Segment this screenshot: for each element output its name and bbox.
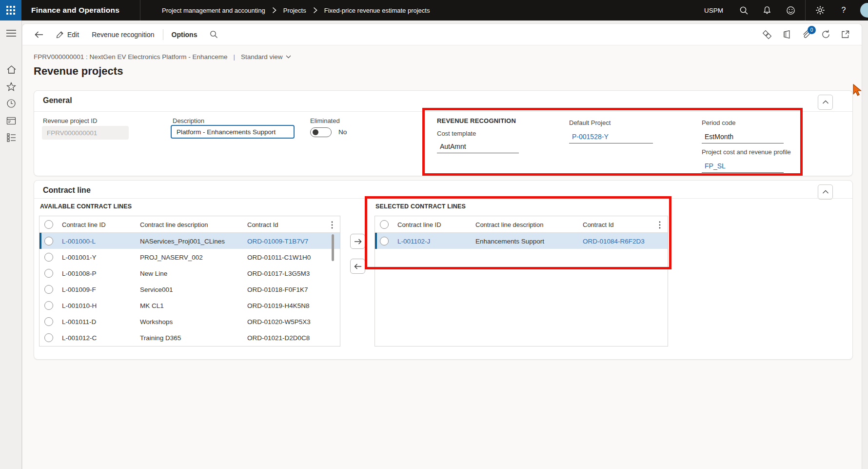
period-code-field[interactable]: EstMonth xyxy=(702,129,784,143)
contract-id-cell: ORD-01020-W5P5X3 xyxy=(247,318,311,325)
contract-line-id-cell: L-001011-D xyxy=(62,318,96,325)
row-radio[interactable] xyxy=(44,333,53,342)
default-project-label: Default Project xyxy=(569,119,611,126)
record-header-separator: | xyxy=(233,53,235,61)
row-radio[interactable] xyxy=(44,237,53,245)
app-title[interactable]: Finance and Operations xyxy=(31,6,119,15)
favorites-star-icon[interactable] xyxy=(5,81,17,92)
table-row[interactable]: L-001001-YPROJ_NASERV_002ORD-01011-C1W1H… xyxy=(39,249,340,265)
contract-id-cell: ORD-01018-F0F1K7 xyxy=(247,285,308,293)
modules-list-icon[interactable] xyxy=(5,132,17,143)
view-selector[interactable]: Standard view xyxy=(241,53,291,61)
column-options-kebab-icon[interactable] xyxy=(655,220,665,230)
arrow-left-icon xyxy=(354,263,362,270)
move-right-button[interactable] xyxy=(350,234,365,249)
contract-line-description-cell: Workshops xyxy=(140,318,173,325)
edit-button[interactable]: Edit xyxy=(50,24,85,45)
table-row[interactable]: L-001008-PNew LineORD-01017-L3G5M3 xyxy=(39,265,340,281)
office-app-icon[interactable] xyxy=(778,26,795,43)
chevron-right-icon xyxy=(272,7,276,14)
row-radio[interactable] xyxy=(44,269,53,278)
table-row[interactable]: L-001102-JEnhancements SupportORD-01084-… xyxy=(375,233,668,249)
contract-line-id-cell: L-001102-J xyxy=(397,237,430,245)
contract-line-description-cell: New Line xyxy=(140,269,167,277)
refresh-icon[interactable] xyxy=(817,26,834,43)
back-button[interactable] xyxy=(28,24,50,45)
select-all-radio[interactable] xyxy=(380,220,389,229)
section-divider xyxy=(34,198,852,199)
contract-line-section-header[interactable]: Contract line xyxy=(43,186,91,195)
column-header-contract-id[interactable]: Contract Id xyxy=(583,216,614,233)
eliminated-toggle[interactable] xyxy=(310,127,332,137)
chevron-up-icon xyxy=(822,190,829,194)
move-left-button[interactable] xyxy=(350,259,365,274)
table-body: L-001000-LNAServices_Proj001_CLinesORD-0… xyxy=(39,233,340,346)
attachment-count-badge: 0 xyxy=(808,26,816,34)
feedback-smiley-icon[interactable] xyxy=(781,0,800,20)
collapse-general-button[interactable] xyxy=(818,95,833,110)
cost-template-field[interactable]: AutAmnt xyxy=(437,139,519,153)
hamburger-menu-icon[interactable] xyxy=(5,27,17,39)
column-header-contract-line-description[interactable]: Contract line description xyxy=(475,216,543,233)
user-avatar[interactable] xyxy=(860,3,868,18)
table-row[interactable]: L-001009-FService001ORD-01018-F0F1K7 xyxy=(39,281,340,297)
open-in-new-window-icon[interactable] xyxy=(836,26,854,43)
table-row[interactable]: L-001012-CTraining D365ORD-01021-D2D0C8 xyxy=(39,329,340,346)
actionbar-search-icon[interactable] xyxy=(203,24,224,45)
row-radio[interactable] xyxy=(44,317,53,326)
breadcrumb-module[interactable]: Project management and accounting xyxy=(162,7,265,14)
row-radio[interactable] xyxy=(44,285,53,294)
select-all-radio[interactable] xyxy=(44,220,53,229)
topbar-right-group: USPM ? xyxy=(697,0,868,20)
contract-id-cell[interactable]: ORD-01084-R6F2D3 xyxy=(583,237,645,245)
breadcrumb: Project management and accounting Projec… xyxy=(162,7,430,14)
revenue-project-id-field: FPRV000000001 xyxy=(42,126,129,140)
record-header: FPRV000000001 : NextGen EV Electronics P… xyxy=(34,53,291,61)
options-menu[interactable]: Options xyxy=(165,24,204,45)
general-section-header[interactable]: General xyxy=(43,96,72,105)
row-radio[interactable] xyxy=(44,301,53,310)
revenue-recognition-menu[interactable]: Revenue recognition xyxy=(85,24,160,45)
recent-clock-icon[interactable] xyxy=(5,98,17,109)
column-header-contract-line-id[interactable]: Contract line ID xyxy=(62,216,106,233)
column-header-contract-line-description[interactable]: Contract line description xyxy=(140,216,208,233)
project-cost-revenue-profile-link[interactable]: FP_SL xyxy=(702,158,784,173)
contract-id-cell: ORD-01019-H4K5N8 xyxy=(247,302,310,309)
notifications-bell-icon[interactable] xyxy=(757,0,777,20)
page-title: Revenue projects xyxy=(34,65,123,78)
column-options-kebab-icon[interactable] xyxy=(327,220,337,230)
search-icon[interactable] xyxy=(734,0,753,20)
breadcrumb-page[interactable]: Fixed-price revenue estimate projects xyxy=(324,7,430,14)
table-scrollbar-thumb[interactable] xyxy=(332,234,334,261)
table-header-row: Contract line ID Contract line descripti… xyxy=(375,216,668,233)
breadcrumb-area[interactable]: Projects xyxy=(283,7,306,14)
contract-line-id-cell: L-001009-F xyxy=(62,285,96,293)
record-id-title: FPRV000000001 : NextGen EV Electronics P… xyxy=(34,53,227,61)
collapse-contract-line-button[interactable] xyxy=(818,184,833,200)
available-contract-lines-title: AVAILABLE CONTRACT LINES xyxy=(40,203,132,210)
selected-contract-lines-title: SELECTED CONTRACT LINES xyxy=(375,203,466,210)
view-selector-label: Standard view xyxy=(241,53,283,61)
app-launcher-waffle-icon[interactable] xyxy=(0,0,21,20)
column-header-contract-id[interactable]: Contract Id xyxy=(247,216,278,233)
chevron-up-icon xyxy=(822,100,829,104)
table-row[interactable]: L-001010-HMK CL1ORD-01019-H4K5N8 xyxy=(39,297,340,313)
row-radio[interactable] xyxy=(380,237,389,245)
column-header-contract-line-id[interactable]: Contract line ID xyxy=(397,216,441,233)
environment-badge[interactable]: USPM xyxy=(697,7,730,14)
settings-gear-icon[interactable] xyxy=(810,0,830,20)
period-code-label: Period code xyxy=(702,119,735,126)
contract-line-id-cell: L-001001-Y xyxy=(62,253,97,261)
table-row[interactable]: L-001011-DWorkshopsORD-01020-W5P5X3 xyxy=(39,313,340,329)
attachments-paperclip-icon[interactable]: 0 xyxy=(797,26,815,43)
contract-id-cell[interactable]: ORD-01009-T1B7V7 xyxy=(247,237,308,245)
help-icon[interactable]: ? xyxy=(834,0,853,20)
row-radio[interactable] xyxy=(44,253,53,262)
default-project-link[interactable]: P-001528-Y xyxy=(569,129,653,143)
workspaces-window-icon[interactable] xyxy=(5,115,17,126)
personalization-diamond-icon[interactable] xyxy=(758,26,776,43)
home-icon[interactable] xyxy=(5,63,17,75)
table-row[interactable]: L-001000-LNAServices_Proj001_CLinesORD-0… xyxy=(39,233,340,249)
description-field[interactable]: Platform - Enhancements Support xyxy=(171,125,295,139)
available-contract-lines-table: Contract line ID Contract line descripti… xyxy=(39,216,340,347)
